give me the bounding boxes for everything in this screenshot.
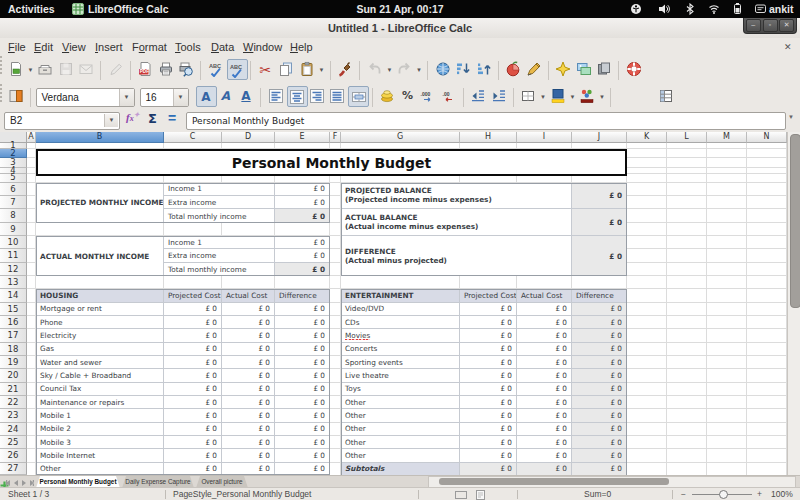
subtotals-label[interactable]: Subtotals	[341, 463, 460, 475]
undo-icon[interactable]	[365, 59, 384, 78]
print-icon[interactable]	[156, 59, 175, 78]
expense-difference[interactable]: £ 0	[572, 369, 627, 382]
expense-item[interactable]: Mortgage or rent	[36, 303, 164, 316]
save-document-icon[interactable]	[56, 59, 75, 78]
expense-item[interactable]: Live theatre	[341, 369, 460, 382]
zoom-level[interactable]: 100%	[771, 488, 793, 500]
income-desc[interactable]: Total monthly income	[164, 209, 275, 222]
expense-difference[interactable]: £ 0	[275, 356, 330, 369]
percent-icon[interactable]: %	[398, 86, 417, 105]
column-header-C[interactable]: C	[164, 132, 222, 143]
document-modified-icon[interactable]	[476, 490, 485, 500]
column-header-K[interactable]: K	[627, 132, 667, 143]
expense-item[interactable]: Other	[36, 463, 164, 475]
italic-icon[interactable]: A	[216, 86, 235, 105]
cells-area[interactable]: Personal Monthly BudgetPROJECTED MONTHLY…	[27, 143, 787, 475]
maximize-button[interactable]: ▫	[763, 19, 778, 32]
menu-window[interactable]: Window	[243, 38, 282, 56]
dropdown-arrow-icon[interactable]: ▼	[386, 61, 394, 80]
expense-difference[interactable]: £ 0	[275, 423, 330, 436]
print-preview-icon[interactable]	[177, 59, 196, 78]
expense-item[interactable]: Mobile 3	[36, 436, 164, 449]
sort-descending-icon[interactable]	[454, 59, 473, 78]
expense-actual[interactable]: £ 0	[222, 463, 275, 475]
col-difference[interactable]: Difference	[572, 289, 627, 302]
expense-projected[interactable]: £ 0	[460, 449, 517, 462]
income-value[interactable]: £ 0	[275, 209, 330, 222]
user-menu[interactable]: ankit	[769, 0, 794, 18]
vertical-scrollbar-thumb[interactable]	[790, 134, 800, 308]
font-name-dropdown[interactable]: ▼	[119, 89, 134, 106]
data-sources-icon[interactable]	[595, 59, 614, 78]
income-value[interactable]: £ 0	[275, 263, 330, 276]
formula-input[interactable]: Personal Monthly Budget	[186, 112, 786, 130]
zoom-in-button[interactable]: +	[757, 488, 762, 500]
dropdown-arrow-icon[interactable]: ▼	[318, 61, 326, 80]
expense-projected[interactable]: £ 0	[164, 383, 222, 396]
column-header-J[interactable]: J	[572, 132, 627, 143]
zoom-out-button[interactable]: −	[681, 488, 686, 500]
spelling-icon[interactable]: ABC	[206, 59, 225, 78]
expense-projected[interactable]: £ 0	[460, 383, 517, 396]
expense-actual[interactable]: £ 0	[517, 396, 572, 409]
expense-actual[interactable]: £ 0	[517, 329, 572, 342]
column-header-L[interactable]: L	[667, 132, 707, 143]
row-header-8[interactable]: 8	[0, 209, 27, 222]
expense-difference[interactable]: £ 0	[572, 316, 627, 329]
expense-projected[interactable]: £ 0	[460, 409, 517, 422]
balance-label[interactable]: DIFFERENCE(Actual minus projected)	[341, 236, 572, 276]
balance-value[interactable]: £ 0	[572, 183, 627, 210]
zoom-slider-knob[interactable]	[719, 490, 728, 499]
expense-item[interactable]: Mobile 2	[36, 423, 164, 436]
expense-actual[interactable]: £ 0	[222, 303, 275, 316]
edit-file-icon[interactable]	[106, 59, 125, 78]
expense-projected[interactable]: £ 0	[460, 436, 517, 449]
expense-difference[interactable]: £ 0	[572, 303, 627, 316]
expense-projected[interactable]: £ 0	[460, 396, 517, 409]
expense-actual[interactable]: £ 0	[517, 316, 572, 329]
name-box-dropdown[interactable]: ▼	[104, 114, 118, 127]
expense-projected[interactable]: £ 0	[164, 316, 222, 329]
expense-difference[interactable]: £ 0	[572, 449, 627, 462]
expense-actual[interactable]: £ 0	[222, 436, 275, 449]
expense-difference[interactable]: £ 0	[275, 383, 330, 396]
expense-table-title[interactable]: HOUSING	[36, 289, 164, 302]
redo-icon[interactable]	[395, 59, 414, 78]
font-size-dropdown[interactable]: ▼	[173, 89, 188, 106]
borders-icon[interactable]	[519, 86, 538, 105]
income-value[interactable]: £ 0	[275, 236, 330, 249]
minimize-button[interactable]: –	[746, 19, 761, 32]
row-header-5[interactable]: 5	[0, 174, 27, 183]
dropdown-arrow-icon[interactable]: ▼	[415, 61, 423, 80]
window-titlebar[interactable]: Untitled 1 - LibreOffice Calc – ▫ ✕	[0, 18, 800, 39]
auto-spellcheck-icon[interactable]: ABC	[227, 59, 248, 80]
row-header-18[interactable]: 18	[0, 343, 27, 356]
clock[interactable]: Sun 21 Apr, 00:17	[0, 0, 800, 18]
expense-projected[interactable]: £ 0	[460, 423, 517, 436]
col-difference[interactable]: Difference	[275, 289, 330, 302]
new-document-icon[interactable]	[6, 59, 25, 78]
expense-difference[interactable]: £ 0	[275, 396, 330, 409]
row-header-14[interactable]: 14	[0, 289, 27, 302]
page-style[interactable]: PageStyle_Personal Monthly Budget	[173, 488, 311, 500]
selection-mode-icon[interactable]	[455, 491, 467, 500]
expense-actual[interactable]: £ 0	[222, 369, 275, 382]
clone-formatting-icon[interactable]	[336, 59, 355, 78]
help-icon[interactable]	[624, 59, 643, 78]
menu-data[interactable]: Data	[211, 38, 234, 56]
row-header-17[interactable]: 17	[0, 329, 27, 342]
expense-actual[interactable]: £ 0	[222, 329, 275, 342]
row-header-6[interactable]: 6	[0, 183, 27, 196]
expense-item[interactable]: Mobile Internet	[36, 449, 164, 462]
income-label[interactable]: ACTUAL MONTHLY INCOME	[36, 236, 164, 276]
expense-item[interactable]: Video/DVD	[341, 303, 460, 316]
expense-item[interactable]: Movies	[341, 329, 460, 342]
column-header-M[interactable]: M	[707, 132, 747, 143]
menu-help[interactable]: Help	[290, 38, 313, 56]
expense-projected[interactable]: £ 0	[164, 409, 222, 422]
align-right-icon[interactable]	[307, 86, 326, 105]
column-header-H[interactable]: H	[460, 132, 517, 143]
copy-icon[interactable]	[277, 59, 296, 78]
hyperlink-icon[interactable]	[433, 59, 452, 78]
balance-label[interactable]: PROJECTED BALANCE(Projected income minus…	[341, 183, 572, 210]
